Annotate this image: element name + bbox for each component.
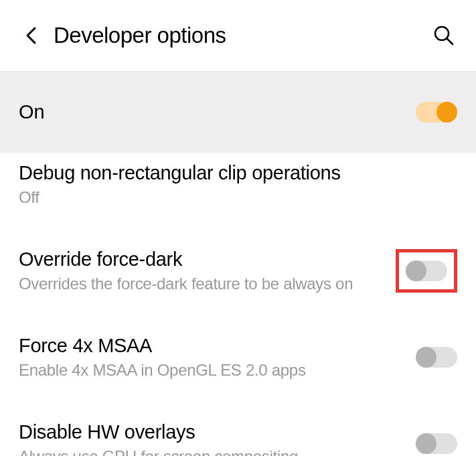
force-msaa-toggle[interactable] [416,347,457,368]
svg-point-0 [435,27,449,40]
search-button[interactable] [430,22,457,49]
master-toggle-switch[interactable] [416,102,457,123]
override-force-dark-toggle[interactable] [406,260,447,281]
setting-row-override-force-dark[interactable]: Override force-dark Overrides the force-… [0,234,476,320]
toggle-wrapper [416,347,457,368]
search-icon [433,25,455,46]
setting-row-debug-clip[interactable]: Debug non-rectangular clip operations Of… [0,153,476,234]
master-toggle-label: On [19,101,45,123]
setting-title: Disable HW overlays [19,421,416,443]
setting-text: Force 4x MSAA Enable 4x MSAA in OpenGL E… [19,335,416,380]
disable-hw-overlays-toggle[interactable] [416,433,457,454]
setting-row-force-msaa[interactable]: Force 4x MSAA Enable 4x MSAA in OpenGL E… [0,320,476,406]
setting-text: Debug non-rectangular clip operations Of… [19,162,457,207]
header: Developer options [0,0,476,72]
setting-title: Override force-dark [19,248,396,271]
svg-line-1 [447,39,453,44]
highlight-box [396,249,457,293]
setting-subtitle: Overrides the force-dark feature to be a… [19,275,396,293]
page-title: Developer options [54,23,430,48]
master-toggle-row[interactable]: On [0,72,476,153]
back-button[interactable] [19,23,43,48]
setting-title: Debug non-rectangular clip operations [19,162,457,184]
setting-subtitle: Enable 4x MSAA in OpenGL ES 2.0 apps [19,361,416,380]
setting-text: Override force-dark Overrides the force-… [19,248,396,293]
chevron-left-icon [25,26,37,45]
setting-text: Disable HW overlays Always use GPU for s… [19,421,416,456]
setting-title: Force 4x MSAA [19,335,416,357]
setting-subtitle: Always use GPU for screen compositing [19,447,416,456]
setting-row-disable-hw-overlays[interactable]: Disable HW overlays Always use GPU for s… [0,406,476,456]
toggle-wrapper [396,249,457,293]
setting-subtitle: Off [19,188,457,207]
toggle-wrapper [416,433,457,454]
